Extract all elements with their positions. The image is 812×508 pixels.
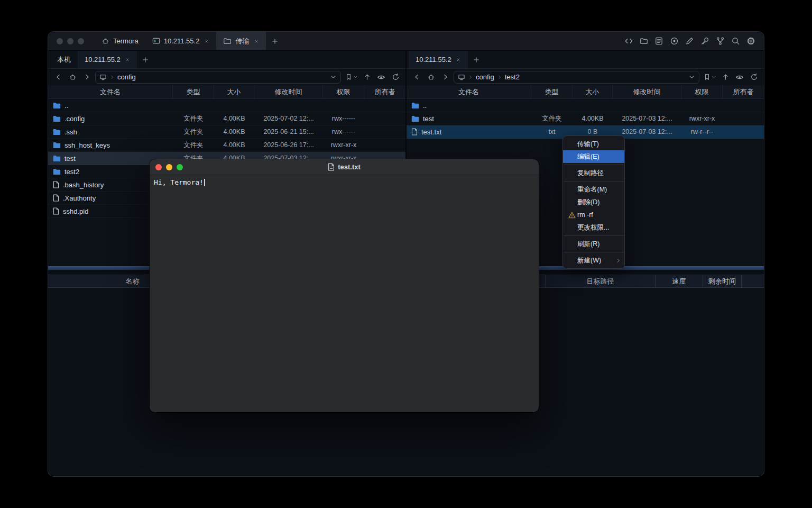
close-icon[interactable] (204, 39, 209, 44)
menu-item[interactable]: 重命名(M) (563, 183, 624, 196)
menu-item[interactable]: 刷新(R) (563, 238, 624, 250)
file-name: test.txt (421, 128, 441, 136)
back-button[interactable] (52, 71, 64, 83)
file-row[interactable]: .config 文件夹 4.00KB 2025-07-02 12:... rwx… (48, 112, 405, 125)
pencil-icon[interactable] (685, 37, 694, 46)
show-hidden-files-button[interactable] (734, 71, 745, 83)
file-name: .bash_history (63, 181, 104, 189)
record-icon[interactable] (670, 37, 679, 46)
menu-item[interactable]: rm -rf (563, 208, 624, 221)
titlebar-tab[interactable]: 传输 (216, 32, 266, 50)
transfer-col-speed[interactable]: 速度 (656, 275, 703, 287)
search-icon[interactable] (731, 37, 740, 46)
column-header[interactable]: 类型 (173, 85, 214, 98)
folder-icon (223, 37, 232, 46)
transfer-col-destination[interactable]: 目标路径 (546, 275, 656, 287)
menu-item-label: 新建(W) (577, 256, 601, 265)
close-icon[interactable] (456, 57, 461, 62)
menu-item-label: 重命名(M) (577, 185, 607, 194)
close-icon[interactable] (254, 39, 259, 44)
column-header[interactable]: 类型 (531, 85, 573, 98)
minimize-window-button[interactable] (67, 38, 73, 44)
text-caret (204, 179, 205, 186)
file-name: .ssh (64, 128, 77, 136)
panel-new-tab-button[interactable] (468, 51, 485, 68)
column-header[interactable]: 大小 (214, 85, 254, 98)
folder-icon[interactable] (640, 37, 648, 46)
panel-tab-label: 10.211.55.2 (85, 56, 121, 64)
titlebar-tab-label: 10.211.55.2 (164, 37, 200, 45)
breadcrumb-segment[interactable]: config (117, 73, 136, 81)
menu-item[interactable]: 新建(W) (563, 254, 624, 267)
menu-separator (564, 235, 624, 236)
path-bar[interactable]: config (95, 71, 341, 84)
menu-item[interactable]: 传输(T) (563, 138, 624, 150)
menu-item-label: 复制路径 (577, 169, 604, 178)
parent-directory-button[interactable] (719, 71, 731, 83)
column-header[interactable]: 权限 (323, 85, 364, 98)
panel-tab[interactable]: 本机 (50, 51, 78, 68)
show-hidden-files-button[interactable] (375, 71, 387, 83)
file-size-cell: 4.00KB (214, 141, 254, 149)
zoom-window-button[interactable] (78, 38, 84, 44)
breadcrumb-segment[interactable]: test2 (505, 73, 520, 81)
forward-button[interactable] (81, 71, 93, 83)
menu-item[interactable]: 删除(D) (563, 196, 624, 208)
home-icon (102, 37, 109, 45)
close-icon[interactable] (125, 57, 130, 62)
panel-new-tab-button[interactable] (137, 51, 154, 68)
file-row[interactable]: .ssh 文件夹 4.00KB 2025-06-21 15:... rwx---… (48, 125, 405, 139)
file-mtime-cell: 2025-07-03 12:... (613, 128, 681, 135)
editor-zoom-button[interactable] (177, 164, 183, 170)
bookmark-button[interactable] (344, 71, 358, 83)
new-tab-button[interactable] (266, 32, 284, 50)
close-window-button[interactable] (57, 38, 63, 44)
editor-titlebar[interactable]: test.txt (150, 159, 539, 175)
branch-icon[interactable] (716, 37, 725, 46)
column-header[interactable]: 修改时间 (613, 85, 681, 98)
panel-tab[interactable]: 10.211.55.2 (409, 51, 468, 68)
bookmark-button[interactable] (702, 71, 717, 83)
titlebar-tab[interactable]: Termora (95, 32, 145, 50)
chevron-down-icon[interactable] (688, 74, 695, 80)
titlebar-tab-label: Termora (113, 37, 139, 45)
editor-minimize-button[interactable] (166, 164, 172, 170)
titlebar-tab[interactable]: 10.211.55.2 (145, 32, 217, 50)
column-header[interactable]: 修改时间 (254, 85, 323, 98)
menu-item[interactable]: 编辑(E) (563, 150, 624, 163)
transfer-col-remaining[interactable]: 剩余时间 (703, 275, 742, 287)
path-bar[interactable]: config test2 (454, 71, 699, 84)
log-icon[interactable] (654, 37, 663, 46)
column-header[interactable]: 权限 (681, 85, 723, 98)
home-button[interactable] (67, 71, 78, 83)
code-icon[interactable] (624, 37, 633, 46)
column-header[interactable]: 所有者 (723, 85, 764, 98)
menu-item[interactable]: 复制路径 (563, 167, 624, 179)
file-row[interactable]: .. (407, 99, 764, 112)
file-row[interactable]: ssh_host_keys 文件夹 4.00KB 2025-06-26 17:.… (48, 139, 405, 152)
menu-item-label: 删除(D) (577, 198, 599, 207)
menu-item[interactable]: 更改权限... (563, 221, 624, 234)
key-icon[interactable] (700, 37, 709, 46)
column-header[interactable]: 文件名 (48, 85, 173, 98)
file-type-cell: 文件夹 (173, 114, 214, 123)
back-button[interactable] (411, 71, 422, 83)
chevron-down-icon[interactable] (330, 74, 337, 80)
panel-tab[interactable]: 10.211.55.2 (78, 51, 137, 68)
breadcrumb-segment[interactable]: config (476, 73, 494, 81)
refresh-button[interactable] (390, 71, 401, 83)
home-button[interactable] (425, 71, 437, 83)
parent-directory-button[interactable] (361, 71, 373, 83)
file-row[interactable]: test 文件夹 4.00KB 2025-07-03 12:... rwxr-x… (407, 112, 764, 125)
editor-content-area[interactable]: Hi, Termora! (150, 175, 539, 412)
column-header[interactable]: 大小 (573, 85, 613, 98)
column-header[interactable]: 所有者 (364, 85, 405, 98)
forward-button[interactable] (439, 71, 451, 83)
file-type-cell: 文件夹 (173, 141, 214, 150)
column-header[interactable]: 文件名 (407, 85, 531, 98)
file-row[interactable]: .. (48, 99, 405, 112)
settings-icon[interactable] (746, 37, 755, 46)
panel-toolbar: config test2 (407, 69, 764, 85)
editor-close-button[interactable] (155, 164, 162, 170)
refresh-button[interactable] (748, 71, 760, 83)
